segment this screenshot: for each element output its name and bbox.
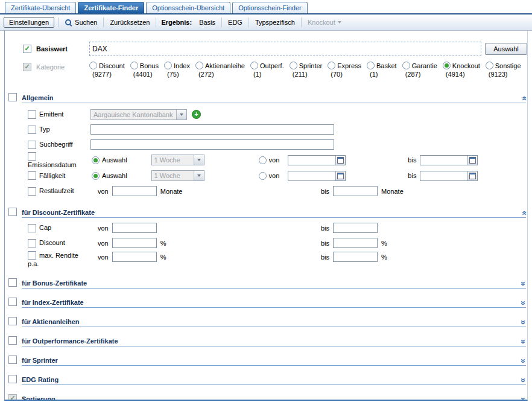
suchbegriff-input[interactable]	[90, 139, 334, 150]
emittent-checkbox[interactable]	[28, 110, 36, 119]
expand-icon[interactable]	[521, 281, 526, 287]
aktienanleihen-section-checkbox[interactable]	[8, 317, 17, 325]
tab-zertifikate-finder[interactable]: Zertifikate-Finder	[78, 2, 144, 13]
option-count: (4401)	[130, 71, 159, 78]
date-input[interactable]	[288, 171, 335, 180]
certificate-finder-app: Zertifikate-Übersicht Zertifikate-Finder…	[0, 0, 532, 402]
ergebnis-basis-button[interactable]: Basis	[197, 18, 218, 27]
radio-button[interactable]	[367, 62, 375, 69]
expand-icon[interactable]	[521, 397, 526, 401]
radio-button[interactable]	[250, 62, 258, 69]
radio-button[interactable]	[164, 62, 172, 69]
calendar-button[interactable]	[335, 171, 345, 180]
toolbar-separator	[103, 18, 104, 27]
cap-von-input[interactable]	[112, 223, 157, 233]
max-rendite-bis-input[interactable]	[333, 252, 378, 262]
expand-icon[interactable]	[521, 358, 526, 364]
calendar-icon	[469, 157, 476, 164]
discount-von-input[interactable]	[112, 238, 157, 248]
restlaufzeit-checkbox[interactable]	[28, 187, 36, 196]
edg-rating-section-checkbox[interactable]	[8, 375, 17, 383]
add-emittent-icon[interactable]	[192, 110, 201, 119]
tab-optionsschein-finder[interactable]: Optionsschein-Finder	[232, 2, 308, 13]
zuruecksetzen-button[interactable]: Zurücksetzen	[107, 18, 152, 27]
kategorie-option-knockout[interactable]: Knockout (4914)	[443, 62, 480, 78]
faelligkeit-auswahl-radio[interactable]	[92, 172, 100, 180]
option-count: (70)	[328, 71, 361, 78]
kategorie-options: Discount (9277) Bonus (4401) Index (75) …	[89, 62, 527, 78]
basiswert-checkbox[interactable]	[23, 45, 31, 53]
cap-checkbox[interactable]	[28, 224, 36, 232]
option-label: Knockout	[452, 62, 480, 69]
emissionsdatum-von-radio[interactable]	[259, 156, 267, 164]
sortierung-section-checkbox	[8, 394, 17, 401]
faelligkeit-label: Fälligkeit	[39, 172, 65, 179]
basiswert-input[interactable]	[89, 42, 481, 56]
kategorie-option-aktienanleihe[interactable]: Aktienanleihe (272)	[195, 62, 245, 78]
kategorie-option-index[interactable]: Index (75)	[164, 62, 190, 78]
kategorie-option-garantie[interactable]: Garantie (287)	[402, 62, 437, 78]
radio-button[interactable]	[328, 62, 335, 69]
bonus-section-checkbox[interactable]	[8, 278, 17, 287]
discount-checkbox[interactable]	[28, 239, 36, 247]
typ-checkbox[interactable]	[28, 126, 36, 134]
suchbegriff-checkbox[interactable]	[28, 141, 36, 149]
radio-button[interactable]	[130, 62, 138, 69]
collapse-icon[interactable]	[521, 95, 526, 101]
faelligkeit-checkbox[interactable]	[28, 171, 36, 180]
calendar-button[interactable]	[335, 156, 345, 165]
date-input[interactable]	[420, 171, 467, 180]
restlaufzeit-bis-input[interactable]	[333, 186, 378, 196]
kategorie-option-basket[interactable]: Basket (1)	[367, 62, 397, 78]
emittent-select: Aargauische Kantonalbank	[90, 109, 187, 120]
calendar-button[interactable]	[467, 156, 477, 165]
expand-icon[interactable]	[521, 319, 526, 325]
sprinter-section-checkbox[interactable]	[8, 356, 17, 364]
restlaufzeit-von-input[interactable]	[112, 186, 157, 196]
tab-zertifikate-uebersicht[interactable]: Zertifikate-Übersicht	[5, 2, 76, 13]
expand-icon[interactable]	[521, 377, 526, 383]
max-rendite-von-input[interactable]	[112, 252, 157, 262]
emissionsdatum-row: Emissionsdatum Auswahl 1 Woche von bis	[5, 152, 527, 168]
kategorie-option-sonstige[interactable]: Sonstige (9123)	[486, 62, 521, 78]
cap-bis-input[interactable]	[333, 223, 378, 233]
kategorie-option-sprinter[interactable]: Sprinter (211)	[290, 62, 323, 78]
radio-button[interactable]	[89, 62, 97, 69]
discount-bis-input[interactable]	[333, 238, 378, 248]
discount-section-checkbox[interactable]	[8, 208, 17, 216]
kategorie-checkbox	[23, 63, 31, 71]
section-title: für Sprinter	[22, 357, 58, 364]
einstellungen-button[interactable]: Einstellungen	[4, 17, 54, 28]
kategorie-option-bonus[interactable]: Bonus (4401)	[130, 62, 159, 78]
kategorie-option-outperf[interactable]: Outperf. (1)	[250, 62, 284, 78]
emissionsdatum-auswahl-radio[interactable]	[92, 156, 100, 164]
suchen-button[interactable]: Suchen	[62, 18, 100, 28]
tab-optionsschein-uebersicht[interactable]: Optionsschein-Übersicht	[146, 2, 230, 13]
date-input[interactable]	[288, 156, 335, 165]
kategorie-option-discount[interactable]: Discount (9277)	[89, 62, 125, 78]
kategorie-option-express[interactable]: Express (70)	[328, 62, 361, 78]
expand-icon[interactable]	[521, 339, 526, 345]
typ-row: Typ	[5, 122, 527, 137]
collapse-icon[interactable]	[521, 210, 526, 216]
radio-button[interactable]	[195, 62, 203, 69]
max-rendite-checkbox[interactable]	[28, 251, 36, 260]
index-section-checkbox[interactable]	[8, 298, 17, 306]
allgemein-section-checkbox[interactable]	[8, 93, 17, 101]
auswahl-button[interactable]: Auswahl	[485, 43, 527, 55]
radio-button[interactable]	[486, 62, 493, 69]
radio-button[interactable]	[443, 62, 451, 69]
outperformance-section-checkbox[interactable]	[8, 336, 17, 345]
ergebnis-typspezifisch-button[interactable]: Typspezifisch	[253, 18, 297, 27]
typ-input[interactable]	[90, 124, 334, 135]
faelligkeit-von-radio[interactable]	[259, 172, 267, 180]
ergebnis-edg-button[interactable]: EDG	[226, 18, 245, 27]
radio-button[interactable]	[402, 62, 410, 69]
expand-icon[interactable]	[521, 300, 526, 306]
emissionsdatum-checkbox[interactable]	[28, 152, 36, 161]
calendar-button[interactable]	[467, 171, 477, 180]
radio-button[interactable]	[290, 62, 297, 69]
percent-unit-label: %	[160, 240, 166, 247]
date-input[interactable]	[420, 156, 467, 165]
restlaufzeit-row: Restlaufzeit von Monate bis Monate	[5, 183, 527, 199]
